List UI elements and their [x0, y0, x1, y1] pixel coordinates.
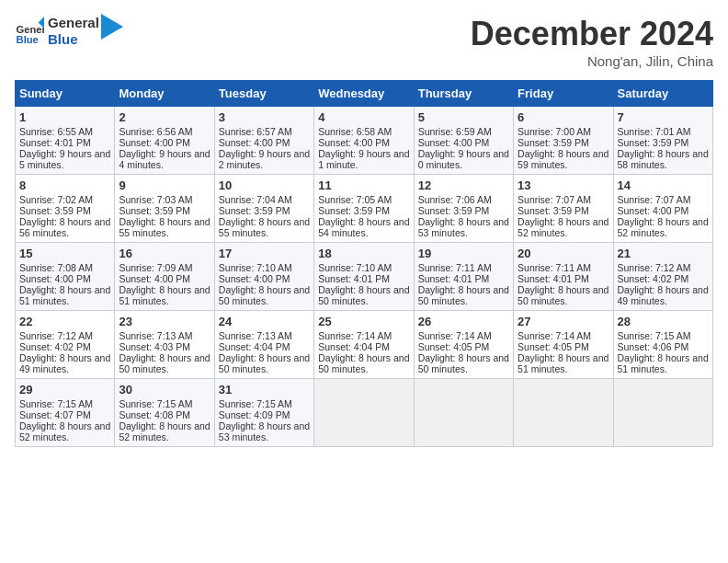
calendar-cell: 14Sunrise: 7:07 AMSunset: 4:00 PMDayligh… [613, 175, 712, 243]
day-number: 5 [418, 110, 509, 124]
daylight-label: Daylight: 8 hours and 52 minutes. [19, 420, 110, 442]
daylight-label: Daylight: 9 hours and 1 minute. [318, 148, 409, 170]
sunset-label: Sunset: 3:59 PM [518, 205, 589, 216]
sunset-label: Sunset: 3:59 PM [318, 205, 390, 216]
calendar-cell: 11Sunrise: 7:05 AMSunset: 3:59 PMDayligh… [314, 175, 414, 243]
sunrise-label: Sunrise: 6:55 AM [19, 126, 93, 137]
day-number: 26 [418, 315, 509, 328]
daylight-label: Daylight: 8 hours and 55 minutes. [219, 216, 310, 238]
sunset-label: Sunset: 4:00 PM [219, 137, 290, 148]
calendar-cell: 25Sunrise: 7:14 AMSunset: 4:04 PMDayligh… [314, 311, 414, 379]
sunset-label: Sunset: 4:00 PM [418, 137, 490, 148]
day-number: 15 [19, 247, 110, 260]
day-number: 9 [119, 178, 210, 192]
daylight-label: Daylight: 8 hours and 50 minutes. [219, 284, 310, 306]
sunrise-label: Sunrise: 7:15 AM [618, 330, 691, 341]
svg-text:General: General [17, 24, 44, 35]
day-of-week-header: Thursday [414, 81, 513, 107]
day-number: 2 [119, 110, 210, 124]
calendar-cell [514, 379, 613, 447]
day-number: 20 [518, 247, 609, 260]
day-number: 24 [219, 315, 310, 328]
sunrise-label: Sunrise: 7:10 AM [318, 262, 392, 273]
sunset-label: Sunset: 4:03 PM [119, 341, 190, 352]
day-number: 16 [119, 247, 210, 260]
sunset-label: Sunset: 4:01 PM [518, 273, 589, 284]
calendar-week-row: 15Sunrise: 7:08 AMSunset: 4:00 PMDayligh… [16, 243, 713, 311]
sunset-label: Sunset: 4:05 PM [418, 341, 490, 352]
sunrise-label: Sunrise: 6:57 AM [219, 126, 292, 137]
sunset-label: Sunset: 4:05 PM [518, 341, 589, 352]
day-of-week-header: Tuesday [214, 81, 313, 107]
daylight-label: Daylight: 8 hours and 56 minutes. [19, 216, 110, 238]
daylight-label: Daylight: 8 hours and 51 minutes. [518, 352, 609, 374]
sunrise-label: Sunrise: 7:13 AM [219, 330, 292, 341]
sunrise-label: Sunrise: 7:11 AM [518, 262, 591, 273]
sunrise-label: Sunrise: 7:11 AM [418, 262, 492, 273]
daylight-label: Daylight: 8 hours and 59 minutes. [518, 148, 609, 170]
sunset-label: Sunset: 4:08 PM [119, 409, 190, 420]
daylight-label: Daylight: 8 hours and 52 minutes. [119, 420, 210, 442]
sunset-label: Sunset: 4:01 PM [318, 273, 390, 284]
sunset-label: Sunset: 3:59 PM [418, 205, 490, 216]
sunset-label: Sunset: 4:02 PM [618, 273, 689, 284]
calendar-week-row: 1Sunrise: 6:55 AMSunset: 4:01 PMDaylight… [16, 107, 713, 175]
daylight-label: Daylight: 8 hours and 51 minutes. [618, 352, 709, 374]
day-number: 6 [518, 110, 609, 124]
day-number: 17 [219, 247, 310, 260]
day-of-week-header: Monday [115, 81, 214, 107]
daylight-label: Daylight: 8 hours and 55 minutes. [119, 216, 210, 238]
calendar-cell: 29Sunrise: 7:15 AMSunset: 4:07 PMDayligh… [16, 379, 115, 447]
day-number: 21 [618, 247, 709, 260]
calendar-cell: 18Sunrise: 7:10 AMSunset: 4:01 PMDayligh… [314, 243, 414, 311]
sunrise-label: Sunrise: 7:03 AM [119, 194, 192, 205]
day-number: 3 [219, 110, 310, 124]
calendar-cell: 16Sunrise: 7:09 AMSunset: 4:00 PMDayligh… [115, 243, 214, 311]
sunrise-label: Sunrise: 7:12 AM [19, 330, 93, 341]
calendar-cell: 2Sunrise: 6:56 AMSunset: 4:00 PMDaylight… [115, 107, 214, 175]
day-number: 11 [318, 178, 409, 192]
calendar-cell: 19Sunrise: 7:11 AMSunset: 4:01 PMDayligh… [414, 243, 513, 311]
day-of-week-header: Sunday [16, 81, 115, 107]
daylight-label: Daylight: 8 hours and 50 minutes. [418, 352, 509, 374]
sunset-label: Sunset: 4:00 PM [119, 137, 190, 148]
daylight-label: Daylight: 8 hours and 50 minutes. [518, 284, 609, 306]
sunrise-label: Sunrise: 7:05 AM [318, 194, 392, 205]
calendar-cell: 5Sunrise: 6:59 AMSunset: 4:00 PMDaylight… [414, 107, 513, 175]
sunrise-label: Sunrise: 7:08 AM [19, 262, 93, 273]
day-number: 12 [418, 178, 509, 192]
sunrise-label: Sunrise: 7:14 AM [418, 330, 492, 341]
sunrise-label: Sunrise: 6:59 AM [418, 126, 492, 137]
logo-blue: Blue [48, 31, 99, 48]
calendar-cell: 15Sunrise: 7:08 AMSunset: 4:00 PMDayligh… [16, 243, 115, 311]
calendar-cell: 23Sunrise: 7:13 AMSunset: 4:03 PMDayligh… [115, 311, 214, 379]
calendar-week-row: 29Sunrise: 7:15 AMSunset: 4:07 PMDayligh… [16, 379, 713, 447]
calendar-cell: 12Sunrise: 7:06 AMSunset: 3:59 PMDayligh… [414, 175, 513, 243]
month-title: December 2024 [471, 15, 713, 53]
location: Nong'an, Jilin, China [471, 53, 713, 69]
sunset-label: Sunset: 4:00 PM [119, 273, 190, 284]
day-number: 23 [119, 315, 210, 328]
calendar-cell: 17Sunrise: 7:10 AMSunset: 4:00 PMDayligh… [214, 243, 313, 311]
sunrise-label: Sunrise: 7:15 AM [219, 398, 292, 409]
day-number: 28 [618, 315, 709, 328]
sunrise-label: Sunrise: 7:15 AM [119, 398, 192, 409]
daylight-label: Daylight: 8 hours and 50 minutes. [219, 352, 310, 374]
logo-icon: General Blue [15, 17, 44, 46]
calendar-cell: 22Sunrise: 7:12 AMSunset: 4:02 PMDayligh… [16, 311, 115, 379]
calendar-cell: 7Sunrise: 7:01 AMSunset: 3:59 PMDaylight… [613, 107, 712, 175]
daylight-label: Daylight: 8 hours and 58 minutes. [618, 148, 709, 170]
logo: General Blue General Blue [15, 15, 123, 48]
sunrise-label: Sunrise: 7:04 AM [219, 194, 292, 205]
logo-general: General [48, 15, 99, 31]
sunrise-label: Sunrise: 7:01 AM [618, 126, 691, 137]
sunset-label: Sunset: 4:01 PM [19, 137, 91, 148]
day-number: 22 [19, 315, 110, 328]
svg-marker-3 [101, 14, 123, 40]
daylight-label: Daylight: 8 hours and 50 minutes. [119, 352, 210, 374]
daylight-label: Daylight: 9 hours and 2 minutes. [219, 148, 310, 170]
calendar-cell: 30Sunrise: 7:15 AMSunset: 4:08 PMDayligh… [115, 379, 214, 447]
calendar-cell [613, 379, 712, 447]
calendar-cell: 8Sunrise: 7:02 AMSunset: 3:59 PMDaylight… [16, 175, 115, 243]
daylight-label: Daylight: 8 hours and 51 minutes. [19, 284, 110, 306]
